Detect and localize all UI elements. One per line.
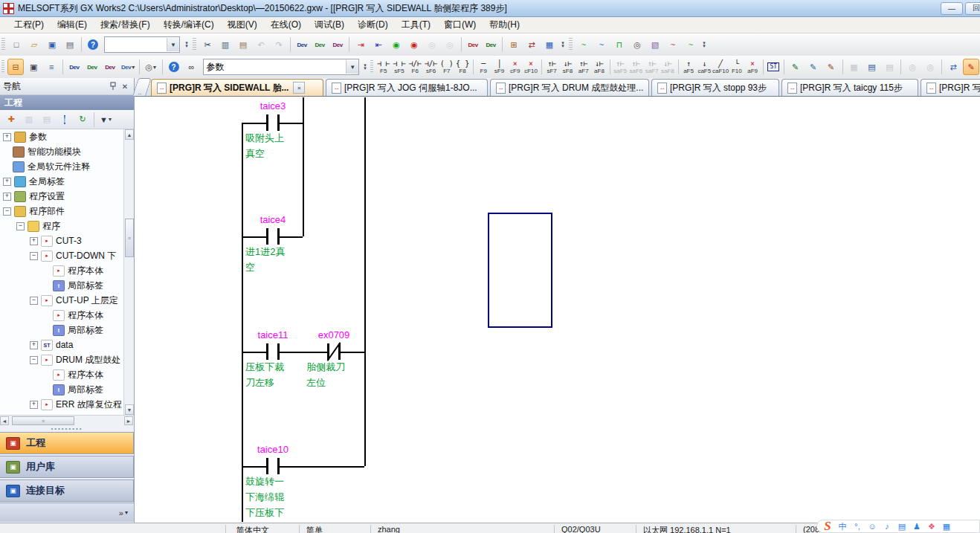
save-project-button[interactable]: ▣ [44, 36, 60, 53]
tree-item-13[interactable]: t局部标签 [0, 323, 123, 337]
tab-2[interactable]: ↔[PRG]R 写入 DRUM 成型鼓处理... [490, 79, 649, 96]
toolbar-overflow-icon[interactable]: ▾▾ [361, 64, 369, 70]
copy-button[interactable]: ▥ [217, 36, 233, 53]
scroll-right-icon[interactable]: ► [124, 416, 133, 425]
graph-monitor-2-button[interactable]: ~ [683, 36, 699, 53]
tree-horizontal-scrollbar[interactable]: ◄ ≡ ► [0, 415, 134, 425]
menu-item-0[interactable]: 工程(P) [7, 17, 51, 33]
contact-taice3[interactable] [266, 114, 268, 131]
toolbar-overflow-icon[interactable]: ▾▾ [700, 42, 709, 48]
tree-item-8[interactable]: −▸CUT-DOWN 下 [0, 248, 123, 263]
ladder-symbol-sF6-button[interactable]: ⊣/⊢sF6 [423, 57, 439, 77]
tree-item-0[interactable]: +参数 [0, 129, 123, 144]
screen-monitor-button[interactable]: ▧ [647, 36, 663, 53]
transfer-setup-button[interactable]: ⇄ [523, 36, 540, 53]
find-binoculars-button[interactable]: ∞ [184, 59, 200, 75]
contact-taice4[interactable] [277, 228, 280, 245]
display-format-button[interactable]: Dev▾ [120, 59, 136, 75]
tree-item-17[interactable]: t局部标签 [0, 382, 123, 397]
tree-item-11[interactable]: −▸CUT-UP 上层定 [0, 293, 123, 308]
refresh-view-button[interactable]: ↻ [74, 112, 91, 128]
stack-button-connection-destination[interactable]: ▣连接目标 [0, 479, 134, 502]
expand-icon[interactable]: + [30, 237, 38, 245]
monitor-stop-button[interactable]: ◉ [406, 36, 422, 53]
data-info-button[interactable]: i [57, 112, 73, 128]
ladder-symbol-F9-button[interactable]: ─F9 [476, 57, 491, 77]
menu-item-5[interactable]: 在线(O) [264, 17, 308, 33]
display-format-dropdown-icon[interactable]: ▾ [132, 64, 135, 71]
contact-taice11[interactable] [277, 343, 280, 360]
ladder-symbol-cF9-button[interactable]: ×cF9 [507, 57, 523, 77]
ladder-symbol-aF8-button[interactable]: ↓⊢aF8 [591, 57, 607, 77]
program-check-button[interactable]: ◎ [629, 36, 645, 53]
toolbar-grip[interactable] [193, 38, 196, 51]
toolbar-overflow-icon[interactable]: ▾▾ [182, 42, 191, 48]
cut-button[interactable]: ✂ [199, 36, 216, 53]
ladder-symbol-caF10-button[interactable]: ╱caF10 [712, 57, 729, 77]
menu-item-7[interactable]: 诊断(D) [351, 17, 395, 33]
ladder-symbol-sF9-button[interactable]: │sF9 [491, 57, 507, 77]
zoom-tool-button[interactable]: ◎▾ [143, 59, 159, 75]
account-icon[interactable]: ♟ [909, 522, 924, 532]
tab-4[interactable]: ↔[PRG]R 写入 taicgy 115步 [781, 79, 918, 96]
close-icon[interactable]: ✕ [119, 81, 131, 91]
help-2-button[interactable]: ? [166, 59, 182, 75]
read-from-plc-button[interactable]: ⇤ [370, 36, 387, 53]
function-block-selection-button[interactable]: ▣ [25, 59, 42, 75]
ladder-symbol-F6-button[interactable]: ⊣/⊢F6 [407, 57, 423, 77]
expand-icon[interactable]: + [3, 178, 11, 186]
contact-taice4[interactable] [266, 228, 268, 245]
tree-item-2[interactable]: 全局软元件注释 [0, 159, 123, 174]
punctuation-icon[interactable]: °, [850, 522, 865, 531]
tree-item-9[interactable]: ▸程序本体 [0, 263, 123, 278]
stack-button-user-library[interactable]: ▣用户库 [0, 456, 134, 478]
ladder-symbol-aF9-button[interactable]: ×aF9 [744, 57, 760, 77]
ladder-symbol-cF10-button[interactable]: ×cF10 [523, 57, 538, 77]
tree-item-10[interactable]: t局部标签 [0, 278, 123, 293]
toolbar-grip[interactable] [1, 38, 5, 51]
hscrollbar-thumb[interactable]: ≡ [12, 416, 74, 425]
tree-item-6[interactable]: −程序 [0, 219, 123, 233]
sampling-trace-button[interactable]: ~ [576, 36, 592, 53]
ladder-symbol-F8-button[interactable]: { }F8 [454, 57, 470, 77]
menu-item-3[interactable]: 转换/编译(C) [157, 17, 221, 33]
menu-item-9[interactable]: 窗口(W) [437, 17, 483, 33]
tab-3[interactable]: ↔[PRG]R 写入 stopp 93步 [651, 79, 779, 96]
toolbar-overflow-icon[interactable]: ▾▾ [558, 42, 567, 48]
tree-item-15[interactable]: −▸DRUM 成型鼓处 [0, 352, 123, 367]
ladder-search-combo[interactable]: 参数▼ [203, 59, 360, 75]
parameter-setting-button[interactable]: ⊞ [506, 36, 522, 53]
device-note-display-button[interactable]: Dev [102, 59, 118, 75]
tree-item-12[interactable]: ▸程序本体 [0, 308, 123, 323]
toolbar-grip[interactable] [370, 60, 373, 74]
ladder-symbol-sF5-button[interactable]: ⊣ ⊢sF5 [391, 57, 407, 77]
ladder-symbol-aF7-button[interactable]: ↑⊢aF7 [576, 57, 591, 77]
tree-item-3[interactable]: +全局标签 [0, 174, 123, 189]
collapse-icon[interactable]: − [30, 356, 38, 364]
toolbar-grip[interactable] [569, 38, 573, 51]
scroll-up-icon[interactable]: ▲ [125, 129, 134, 140]
minimize-button[interactable]: — [941, 2, 963, 15]
menu-item-8[interactable]: 工具(T) [395, 17, 437, 33]
new-data-button[interactable]: ✚ [3, 112, 19, 128]
scroll-left-icon[interactable]: ◄ [0, 416, 9, 425]
ladder-symbol-F10-button[interactable]: └F10 [729, 57, 744, 77]
project-combo[interactable]: ▼ [104, 36, 180, 53]
expand-icon[interactable]: + [3, 133, 11, 141]
toolbox-icon[interactable]: ▦ [939, 522, 954, 532]
collapse-icon[interactable]: − [30, 252, 38, 260]
keyboard-icon[interactable]: ▤ [894, 522, 909, 532]
contact-taice10[interactable] [266, 458, 268, 474]
print-button[interactable]: ▤ [62, 36, 78, 53]
restore-button[interactable]: 回 [965, 2, 980, 15]
remote-operation-button[interactable]: ▦ [541, 36, 558, 53]
scroll-down-icon[interactable]: ▼ [125, 404, 134, 415]
expand-icon[interactable]: + [30, 401, 38, 409]
write-mode-button[interactable]: ✎ [963, 59, 979, 75]
stack-button-project[interactable]: ▣工程 [0, 432, 134, 454]
tab-close-icon[interactable]: × [293, 82, 305, 94]
pulse-output-button[interactable]: ⊓ [611, 36, 628, 53]
ladder-symbol-F5-button[interactable]: ⊣ ⊢F5 [375, 57, 391, 77]
write-device-edit-button[interactable]: ✎ [805, 59, 822, 75]
tree-item-7[interactable]: +▸CUT-3 [0, 233, 123, 248]
